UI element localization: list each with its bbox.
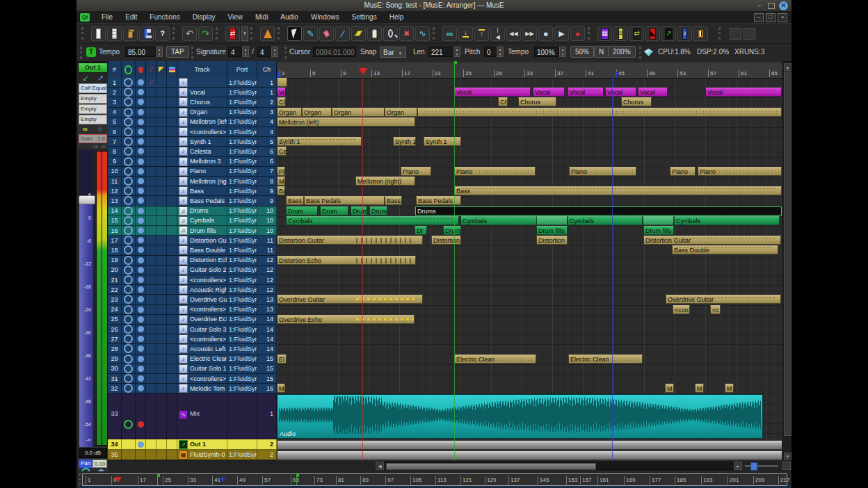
record-arm-toggle[interactable] [138, 366, 144, 372]
score-editor-button[interactable]: ♪ [677, 26, 692, 41]
effect-slot[interactable]: Calf Equali: [79, 83, 107, 93]
monitor-toggle[interactable] [124, 117, 133, 127]
arranger-part[interactable]: Ba [277, 186, 285, 195]
menu-item-edit[interactable]: Edit [119, 13, 143, 21]
monitor-toggle[interactable] [124, 275, 133, 284]
arranger-part[interactable]: <c [710, 305, 721, 314]
track-row[interactable]: 23♪Overdrive Guita1:FluidSyr13 [108, 295, 277, 304]
zoom-50-button[interactable]: 50% [570, 46, 594, 58]
arranger-part[interactable]: Organ [332, 108, 385, 117]
arranger-part[interactable]: Synth 1 [424, 137, 461, 146]
track-row[interactable]: 31♪<controllers>1:FluidSyr15 [108, 374, 277, 384]
line-tool-button[interactable]: ∕ [335, 26, 350, 41]
stop-button[interactable]: ■ [538, 26, 553, 41]
tempo-enable-icon[interactable]: T [86, 47, 96, 57]
monitor-toggle[interactable] [124, 137, 133, 146]
arranger-part[interactable]: Organ [385, 108, 417, 117]
monitor-toggle[interactable] [124, 266, 133, 275]
arranger-part[interactable]: Electric Clean [568, 355, 643, 364]
monitor-toggle[interactable] [124, 245, 133, 254]
arranger-part[interactable]: Ce [277, 147, 287, 156]
monitor-toggle[interactable] [124, 216, 133, 225]
arranger-part[interactable]: Vocal [638, 88, 668, 97]
arranger-part[interactable] [643, 216, 674, 225]
pointer-tool-button[interactable] [287, 26, 302, 41]
len-spinner[interactable]: ▴▾ [453, 47, 460, 57]
track-row[interactable]: 19♪Distortion Echo1:FluidSyr12 [108, 256, 277, 266]
track-row[interactable]: 17♪Distortion Guita1:FluidSyr11 [108, 236, 277, 245]
restore-button[interactable] [768, 3, 775, 9]
track-row[interactable]: 7♪Synth 11:FluidSyr5 [108, 137, 277, 147]
record-arm-toggle[interactable] [138, 158, 144, 165]
arranger-part[interactable]: Mellotron (left) [277, 117, 415, 127]
monitor-toggle[interactable] [124, 256, 133, 265]
mdi-restore-icon[interactable]: □ [766, 13, 775, 22]
track-row[interactable]: 20♪Guitar Solo 21:FluidSyr12 [108, 266, 277, 275]
record-arm-toggle[interactable] [138, 227, 144, 234]
toolbar-handle[interactable] [80, 47, 86, 59]
pan-tool-button[interactable] [367, 26, 382, 41]
monitor-toggle[interactable] [124, 108, 133, 117]
track-row[interactable]: 28♪Acoustic Left1:FluidSyr14 [108, 344, 277, 354]
zoom-out-button[interactable]: ▸ [734, 462, 742, 470]
track-row[interactable]: 34↗Out 12 [108, 439, 277, 450]
menu-item-midi[interactable]: Midi [249, 13, 274, 21]
arranger-part[interactable]: Piano [569, 167, 636, 176]
track-row[interactable]: 3♪Chorus1:FluidSyr2 [108, 97, 277, 107]
drum-editor-button[interactable]: ⇄ [629, 26, 644, 41]
save-button[interactable] [139, 26, 154, 41]
stereo-link-icon[interactable]: ∞ [83, 125, 88, 133]
record-arm-toggle[interactable] [138, 385, 144, 391]
pan-button[interactable]: Pan [79, 459, 93, 468]
tap-button[interactable]: TAP [166, 46, 189, 58]
header-track[interactable]: Track [177, 61, 227, 78]
arranger-part[interactable]: Bass Pedals [304, 196, 385, 205]
arranger-part[interactable]: Overdrive Guitar [666, 295, 781, 304]
signature-denominator-spinner[interactable]: ▴▾ [271, 47, 278, 57]
arranger-part[interactable]: M [665, 384, 674, 393]
header-ch[interactable]: Ch [257, 61, 277, 78]
arranger-part[interactable]: M [277, 384, 285, 393]
header-record-icon[interactable] [136, 61, 146, 78]
record-arm-toggle[interactable] [138, 375, 144, 382]
arranger-part[interactable]: Cymbals [460, 216, 537, 225]
monitor-toggle[interactable] [124, 236, 133, 245]
arranger-part[interactable]: Drum [351, 206, 367, 215]
header-mute-icon[interactable]: ∕ [146, 61, 156, 78]
track-row[interactable]: 14♫Drums1:FluidSyr10 [108, 206, 277, 216]
arranger-part[interactable]: Overdrive Guitar [277, 295, 423, 304]
track-row[interactable]: 5♪Mellotron (left)1:FluidSyr4 [108, 117, 277, 127]
arranger-part[interactable]: Vocal [568, 88, 604, 97]
track-row[interactable]: 16♫Drum fills1:FluidSyr10 [108, 226, 277, 236]
header-port[interactable]: Port [227, 61, 257, 78]
output-routing-icon[interactable]: ↗ [97, 74, 104, 82]
synth-track-bar[interactable] [277, 450, 782, 460]
track-row[interactable]: 15♫Cymbals1:FluidSyr10 [108, 216, 277, 226]
signature-numerator-spinner[interactable]: ▴▾ [242, 47, 249, 57]
monitor-toggle[interactable] [124, 285, 133, 294]
arranger-part[interactable]: Ch [498, 97, 508, 106]
arranger-part[interactable]: Drum fills [643, 226, 674, 235]
record-arm-toggle[interactable] [138, 119, 144, 125]
track-row[interactable]: 4♪Organ1:FluidSyr3 [108, 108, 277, 117]
metronome-button[interactable] [260, 26, 275, 41]
menu-item-view[interactable]: View [222, 13, 250, 21]
arranger-part[interactable]: Bass [454, 186, 782, 195]
effect-slot[interactable]: Empty [79, 115, 107, 124]
record-arm-toggle[interactable] [138, 188, 144, 194]
menu-item-help[interactable]: Help [383, 13, 410, 21]
pan-value[interactable]: 0.00 [93, 459, 107, 468]
track-row[interactable]: 35▦FluidSynth-01:FluidSyr2 [108, 450, 277, 460]
arranger-part[interactable]: Distortion Echo [277, 256, 416, 265]
play-button[interactable]: ▶ [554, 26, 569, 41]
arranger-part[interactable]: Vocal [605, 88, 636, 97]
arranger-part[interactable]: M [695, 384, 704, 393]
record-arm-toggle[interactable] [138, 79, 144, 86]
arranger-part[interactable]: M [725, 384, 734, 393]
arranger-part[interactable]: Vocal [533, 88, 565, 97]
record-arm-toggle[interactable] [138, 336, 144, 342]
zoom-200-button[interactable]: 200% [608, 46, 636, 58]
punch-out-button[interactable]: ↑ [474, 26, 489, 41]
track-row[interactable]: 33∿Mix1 [108, 393, 277, 439]
record-arm-toggle[interactable] [138, 89, 144, 95]
